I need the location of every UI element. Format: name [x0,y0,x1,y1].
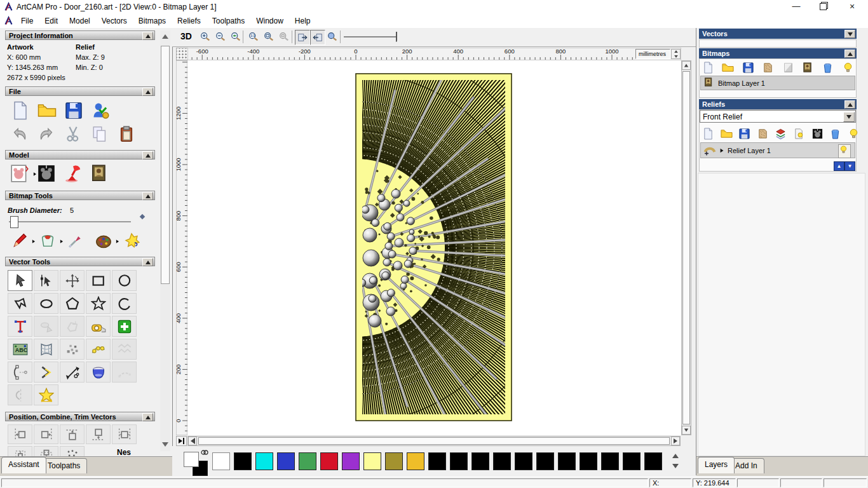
close-button[interactable]: × [843,0,862,13]
section-bitmap-tools[interactable]: Bitmap Tools [5,191,155,200]
toggle-vector-visibility-button[interactable] [310,30,325,45]
relief-texture-button[interactable] [755,126,771,142]
open-relief-button[interactable] [719,126,735,142]
palette-swatch-20[interactable] [644,452,662,470]
toggle-colour-visibility-button[interactable] [840,60,856,76]
model-operations-button[interactable] [89,99,112,122]
zoom-out-button[interactable] [214,30,227,44]
palette-swatch-0[interactable] [212,452,230,470]
collapse-button[interactable] [844,50,855,58]
colour-palette-button[interactable] [93,230,114,252]
create-polygon-button[interactable] [60,293,85,314]
paint-brush-button[interactable] [9,230,31,252]
menu-vectors[interactable]: Vectors [96,14,133,27]
vectors-section-header[interactable]: Vectors [699,29,857,39]
relief-visibility-button[interactable] [838,144,851,158]
create-arc-button[interactable] [112,293,137,314]
relief-combo[interactable]: Front Relief [700,110,856,123]
expander-icon[interactable] [721,148,724,152]
undo-button[interactable] [9,123,31,145]
palette-swatch-12[interactable] [471,452,489,470]
palette-swatch-9[interactable] [407,452,424,470]
save-relief-button[interactable] [736,126,752,142]
new-bitmap-button[interactable] [700,60,716,76]
node-editing-button[interactable] [34,270,58,291]
lighting-button[interactable] [61,161,85,186]
zoom-to-object-button[interactable] [277,30,291,44]
flood-fill-button[interactable] [121,230,142,252]
palette-swatch-5[interactable] [320,452,338,470]
colour-picker-button[interactable] [65,230,86,252]
paint-brush-flyout-icon[interactable] [32,240,35,243]
delete-bitmap-button[interactable] [820,60,836,76]
align-right-button[interactable] [34,424,58,444]
ruler-origin-button[interactable] [176,48,189,60]
hscroll-thumb[interactable] [198,437,670,445]
new-relief-button[interactable] [700,126,716,142]
align-centre-button[interactable] [112,424,137,444]
vector-wizard-button[interactable] [34,384,58,405]
vector-boundary-button[interactable] [60,316,85,337]
vertical-scrollbar[interactable] [681,60,691,435]
ruler-units-spinner[interactable] [671,49,681,59]
collapse-button[interactable] [142,258,153,266]
collapse-button[interactable] [142,32,153,40]
menu-file[interactable]: File [15,14,39,27]
primary-colour-swatch[interactable] [184,452,199,467]
section-position-combine-trim[interactable]: Position, Combine, Trim Vectors [5,412,155,421]
extrude-vectors-button[interactable] [86,362,111,383]
move-layer-up-button[interactable]: ▲ [834,161,844,171]
restore-button[interactable] [813,0,832,13]
relief-layer-row[interactable]: Relief Layer 1 [700,142,855,158]
brush-slider-track[interactable] [9,221,131,222]
delete-relief-button[interactable] [827,126,843,142]
save-model-button[interactable] [62,99,85,122]
offset-vectors-button[interactable] [34,362,58,383]
menu-model[interactable]: Model [64,14,96,27]
menu-bitmaps[interactable]: Bitmaps [133,14,172,27]
preview-relief-button[interactable] [325,30,339,44]
palette-scroll-down-icon[interactable] [672,464,679,468]
scroll-up-icon[interactable] [162,34,168,39]
new-model-button[interactable] [9,99,32,122]
palette-swatch-11[interactable] [450,452,468,470]
text-in-a-box-button[interactable]: ABC [8,339,32,360]
zoom-to-fit-button[interactable] [262,30,276,44]
palette-swatch-2[interactable] [255,452,273,470]
opacity-slider-track[interactable] [344,36,396,37]
section-model[interactable]: Model [5,150,155,159]
collapse-button[interactable] [142,88,153,96]
fit-arcs-button[interactable] [8,362,32,383]
collapse-button[interactable] [844,100,855,109]
link-colours-icon[interactable] [200,449,209,456]
palette-swatch-14[interactable] [515,452,532,470]
opacity-slider-handle[interactable] [396,32,397,42]
align-left-button[interactable] [8,424,32,444]
reliefs-section-header[interactable]: Reliefs [699,99,857,109]
align-top-button[interactable] [60,424,85,444]
paste-along-curve-button[interactable] [86,339,111,360]
tab-toolpaths[interactable]: Toolpaths [41,458,87,473]
horizontal-scrollbar[interactable] [187,436,681,446]
mirror-vectors-button[interactable] [8,384,32,405]
palette-swatch-3[interactable] [277,452,295,470]
palette-swatch-15[interactable] [536,452,554,470]
section-project-information[interactable]: Project Information [5,30,155,40]
scrollbar-thumb[interactable] [161,46,170,284]
toggle-relief-visibility-button[interactable] [846,126,862,142]
smooth-relief-button[interactable] [773,126,789,142]
menu-edit[interactable]: Edit [39,14,64,27]
set-model-size-button[interactable] [8,161,32,186]
palette-swatch-8[interactable] [385,452,403,470]
create-star-button[interactable] [86,293,111,314]
colour-palette-flyout-icon[interactable] [116,240,119,243]
transform-vectors-button[interactable] [60,270,85,291]
paint-bucket-button[interactable] [37,230,58,252]
adjust-model-size-button[interactable] [34,161,58,186]
tab-layers[interactable]: Layers [698,457,735,473]
create-rectangle-button[interactable] [86,270,111,291]
fill-vector-button[interactable] [34,316,58,337]
section-vector-tools[interactable]: Vector Tools [5,257,155,266]
3d-view-button[interactable]: 3D [180,31,192,41]
bitmap-to-relief-button[interactable] [800,60,816,76]
